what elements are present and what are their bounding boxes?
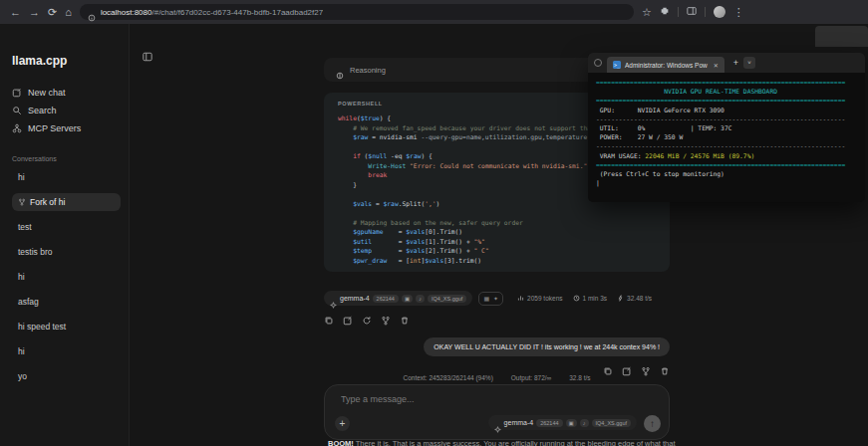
grid-icon: ▦ [483,295,489,302]
fork-icon[interactable] [641,362,651,372]
new-chat-button[interactable]: New chat [12,84,121,102]
conversation-item[interactable]: asfag [12,293,121,311]
tab-close-icon[interactable]: ✕ [714,62,719,69]
model-file-badge: IQ4_XS.gguf [428,295,467,303]
model-actions-chip[interactable]: ▦ ✦ [478,292,503,306]
webui-page: llama.cpp New chat Search MCP Servers Co… [0,24,868,446]
generation-speed: 32.48 t/s [627,295,652,302]
sidebar: llama.cpp New chat Search MCP Servers Co… [0,24,130,446]
search-button[interactable]: Search [12,102,121,119]
home-icon[interactable]: ⌂ [65,7,72,18]
address-bar[interactable]: localhost:8080/#/chat/f67d02cc-d673-447b… [80,4,634,20]
browser-toolbar: ← → ⟳ ⌂ localhost:8080/#/chat/f67d02cc-d… [0,0,868,24]
site-info-icon[interactable] [88,8,96,16]
terminal-circle-icon [594,59,602,67]
tokens-count: 2059 tokens [527,295,562,302]
bookmark-star-icon[interactable]: ☆ [642,7,652,18]
generation-time: 1 min 3s [583,295,608,302]
search-icon [12,106,22,115]
user-message-bubble: OKAY WELL U ACTUALLY DID IT ! its workin… [424,337,670,356]
conversation-item[interactable]: test [12,218,121,236]
context-usage-row: Context: 245283/262144 (94%) Output: 872… [324,374,670,381]
conversation-list: hiFork of hitesttestis brohiasfaghi spee… [12,168,121,385]
mcp-servers-button[interactable]: MCP Servers [12,119,121,137]
reload-icon[interactable]: ⟳ [48,7,57,18]
new-chat-icon [12,88,22,98]
nav-label: New chat [28,88,66,98]
model-name: gemma-4 [504,419,534,426]
edit-icon[interactable] [622,362,632,372]
nav-label: Search [28,106,57,115]
sidebar-toggle-icon[interactable] [143,48,152,58]
conversation-item[interactable]: hi [12,168,121,186]
message-stats: 2059 tokens 1 min 3s 32.48 t/s [517,295,652,302]
model-chip[interactable]: gemma-4 262144 ▣ ♪ IQ4_XS.gguf [324,291,472,306]
background-window[interactable] [815,26,868,47]
speed-icon [617,295,624,302]
model-file-badge: IQ4_XS.gguf [592,419,632,427]
input-model-chip[interactable]: gemma-4 262144 ▣ ♪ IQ4_XS.gguf [488,415,637,430]
conversation-label: yo [18,371,27,381]
attach-plus-button[interactable]: + [335,416,350,431]
conversation-item[interactable]: hi [12,268,121,286]
message-input-box: + gemma-4 262144 ▣ ♪ IQ4_XS.gguf ↑ [324,384,670,440]
conversation-item[interactable]: hi speed test [12,318,121,335]
new-tab-icon[interactable]: + [733,58,738,68]
reasoning-icon [336,66,344,74]
forward-icon[interactable]: → [29,7,40,18]
side-panel-icon[interactable] [687,6,697,18]
terminal-window[interactable]: >_ Administrator: Windows Pow ✕ + ˅ ====… [588,53,865,202]
model-name: gemma-4 [340,295,370,302]
vision-capability-icon: ▣ [566,419,577,427]
context-usage: Context: 245283/262144 (94%) [403,374,492,381]
message-input[interactable] [339,393,562,405]
conversation-item[interactable]: testis bro [12,243,121,261]
next-message-preview: BOOM! There it is. That is a massive suc… [328,439,674,446]
reasoning-label: Reasoning [350,66,386,75]
server-plug-icon [12,123,22,133]
bold-text: BOOM! [328,439,354,446]
regenerate-icon[interactable] [362,312,372,322]
browser-menu-icon[interactable]: ⋮ [733,7,744,18]
tab-dropdown-icon[interactable]: ˅ [743,57,755,69]
vision-capability-icon: ▣ [402,295,413,303]
context-size-badge: 262144 [536,419,562,427]
conversation-label: testis bro [18,247,53,257]
edit-icon[interactable] [343,312,353,322]
extensions-icon[interactable] [660,6,670,18]
fork-icon[interactable] [381,312,391,322]
conversations-heading: Conversations [12,155,121,162]
conversation-item[interactable]: yo [12,367,121,385]
delete-icon[interactable] [400,312,410,322]
nav-label: MCP Servers [28,123,81,133]
output-usage: Output: 872/∞ [511,374,551,381]
profile-avatar[interactable] [714,6,725,18]
conversation-item[interactable]: hi [12,342,121,360]
app-title: llama.cpp [12,54,121,68]
send-button[interactable]: ↑ [644,415,661,432]
terminal-tab-title: Administrator: Windows Pow [625,62,708,69]
model-sparkle-icon [330,295,337,302]
back-icon[interactable]: ← [10,7,21,18]
audio-capability-icon: ♪ [416,295,425,303]
conversation-label: hi [18,346,25,356]
conversation-label: hi [18,272,25,282]
conversation-label: Fork of hi [30,197,65,207]
conversation-label: hi [18,172,25,182]
copy-icon[interactable] [603,362,613,372]
context-size-badge: 262144 [373,295,399,303]
copy-icon[interactable] [324,312,334,322]
conversation-item[interactable]: Fork of hi [12,193,121,211]
toolbar-divider [678,7,679,17]
conversation-label: test [18,222,32,232]
terminal-tab[interactable]: >_ Administrator: Windows Pow ✕ [607,57,724,73]
model-info-row: gemma-4 262144 ▣ ♪ IQ4_XS.gguf ▦ ✦ 2059 … [324,291,670,306]
sparkle-icon: ✦ [493,295,498,302]
terminal-output: ========================================… [588,73,865,192]
user-message-actions [603,362,670,372]
preview-text: There it is. That is a massive success. … [354,439,676,446]
delete-icon[interactable] [660,362,670,372]
conversation-label: asfag [18,297,39,307]
powershell-icon: >_ [613,61,621,69]
terminal-tab-bar: >_ Administrator: Windows Pow ✕ + ˅ [588,53,865,73]
